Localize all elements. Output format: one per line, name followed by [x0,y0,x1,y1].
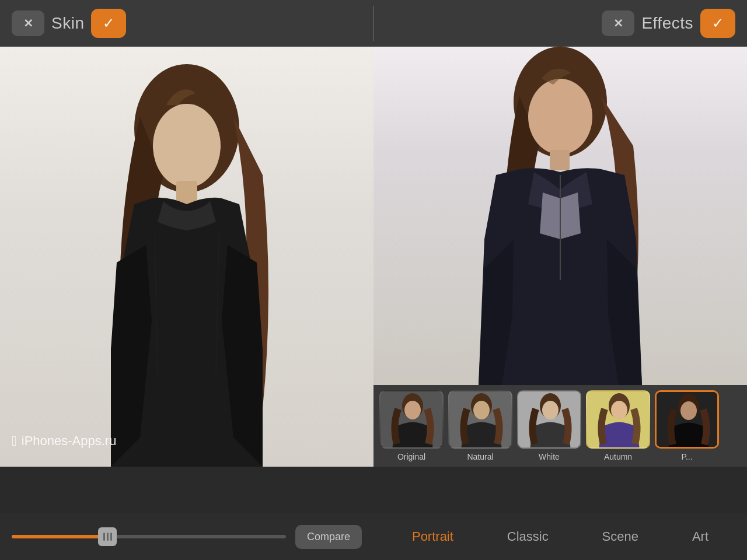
thumb-white[interactable]: White [517,390,581,461]
thumb-original-img [379,390,444,449]
thumbnails-strip: Original Natural [374,385,747,467]
thumb-natural-img [448,390,512,449]
svg-point-1 [153,104,221,188]
effects-confirm-button[interactable]: ✓ [700,9,735,38]
svg-point-18 [611,401,627,419]
slider-fill [12,535,107,538]
effects-panel: Original Natural [374,47,747,467]
effects-panel-controls: ✕ Effects ✓ [380,9,735,38]
thumb-white-label: White [539,452,560,461]
watermark-text: iPhones-Apps.ru [22,433,117,449]
thumb-original-label: Original [397,452,425,461]
skin-panel-title: Skin [51,14,84,33]
tab-portrait[interactable]: Portrait [403,523,463,550]
thumb-autumn-img [586,390,650,449]
skin-confirm-button[interactable]: ✓ [91,9,126,38]
slider-thumb-lines [103,533,112,541]
thumb-original[interactable]: Original [379,390,444,461]
svg-rect-5 [550,150,570,170]
thumb-autumn[interactable]: Autumn [586,390,650,461]
person-right-svg [444,47,677,385]
svg-point-4 [528,79,592,155]
slider-track[interactable] [12,535,286,538]
compare-button[interactable]: Compare [295,525,362,549]
svg-point-21 [680,401,697,420]
intensity-slider-container [12,535,286,538]
skin-cancel-button[interactable]: ✕ [12,10,44,36]
effects-photo-area [374,47,747,385]
watermark:  iPhones-Apps.ru [12,433,116,449]
slider-line-3 [110,533,112,541]
top-bar-divider [373,6,374,41]
apple-logo-icon:  [12,433,17,449]
thumb-p[interactable]: P... [655,390,719,461]
bottom-right-tabs: Portrait Classic Scene Art [374,513,747,560]
slider-thumb[interactable] [98,527,117,546]
main-content:  iPhones-Apps.ru [0,47,747,467]
effects-panel-title: Effects [641,14,693,33]
person-left-svg [64,58,309,467]
tab-art[interactable]: Art [683,523,718,550]
thumb-natural[interactable]: Natural [448,390,512,461]
slider-line-1 [103,533,105,541]
svg-rect-2 [176,181,197,204]
thumb-white-img [517,390,581,449]
svg-point-15 [542,401,558,419]
thumb-autumn-label: Autumn [604,452,632,461]
bottom-bar: Compare Portrait Classic Scene Art [0,513,747,560]
bottom-left: Compare [0,513,374,560]
thumb-p-img [655,390,719,449]
skin-panel-controls: ✕ Skin ✓ [12,9,367,38]
effects-cancel-button[interactable]: ✕ [602,10,634,36]
top-bar: ✕ Skin ✓ ✕ Effects ✓ [0,0,747,47]
slider-line-2 [107,533,109,541]
thumb-p-label: P... [681,452,692,461]
svg-point-12 [473,401,490,419]
tab-classic[interactable]: Classic [498,523,558,550]
thumb-natural-label: Natural [467,452,493,461]
svg-point-9 [404,401,421,419]
skin-photo-panel:  iPhones-Apps.ru [0,47,374,467]
tab-scene[interactable]: Scene [593,523,648,550]
